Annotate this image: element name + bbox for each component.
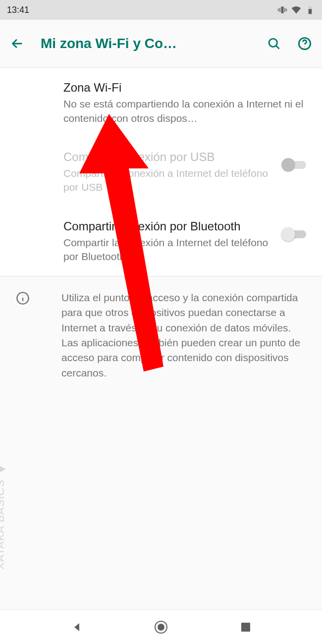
watermark-logo-icon	[0, 463, 7, 476]
info-text: Utiliza el punto de acceso y la conexión…	[61, 290, 310, 381]
setting-wifi-zone[interactable]: Zona Wi-Fi No se está compartiendo la co…	[0, 68, 322, 137]
info-block: Utiliza el punto de acceso y la conexión…	[0, 276, 322, 395]
search-button[interactable]	[267, 36, 281, 51]
svg-point-1	[269, 39, 277, 47]
setting-title: Zona Wi-Fi	[63, 80, 304, 95]
setting-title: Compartir conexión por USB	[63, 149, 275, 164]
setting-usb-tether: Compartir conexión por USB Compartir la …	[0, 137, 322, 207]
svg-point-7	[22, 295, 23, 296]
back-button[interactable]	[10, 36, 25, 51]
info-icon	[16, 291, 30, 305]
setting-subtitle: No se está compartiendo la conexión a In…	[63, 97, 304, 125]
svg-rect-11	[241, 623, 250, 632]
nav-back-button[interactable]	[69, 619, 85, 635]
status-bar: 13:41	[0, 0, 322, 20]
vibrate-icon	[277, 5, 287, 15]
svg-point-4	[304, 47, 305, 47]
svg-point-10	[158, 624, 164, 631]
setting-subtitle: Compartir la conexión a Internet del tel…	[63, 236, 275, 264]
bluetooth-toggle[interactable]	[281, 227, 306, 241]
page-title: Mi zona Wi-Fi y Co…	[41, 36, 251, 52]
help-button[interactable]	[297, 36, 312, 51]
nav-recents-button[interactable]	[238, 619, 254, 635]
nav-home-button[interactable]	[153, 619, 169, 635]
navigation-bar	[0, 609, 322, 644]
usb-toggle	[281, 158, 306, 172]
setting-subtitle: Compartir la conexión a Internet del tel…	[63, 166, 275, 195]
wifi-icon	[291, 5, 301, 15]
settings-list: Zona Wi-Fi No se está compartiendo la co…	[0, 68, 322, 276]
status-icons	[277, 5, 315, 15]
battery-icon	[305, 5, 315, 15]
app-bar: Mi zona Wi-Fi y Co…	[0, 20, 322, 67]
setting-bluetooth-tether[interactable]: Compartir conexión por Bluetooth Compart…	[0, 207, 322, 276]
watermark-text: XATAKA BASICS	[0, 480, 7, 570]
status-time: 13:41	[7, 5, 29, 15]
svg-line-2	[276, 46, 279, 49]
setting-title: Compartir conexión por Bluetooth	[63, 218, 275, 234]
watermark: XATAKA BASICS	[0, 463, 7, 570]
